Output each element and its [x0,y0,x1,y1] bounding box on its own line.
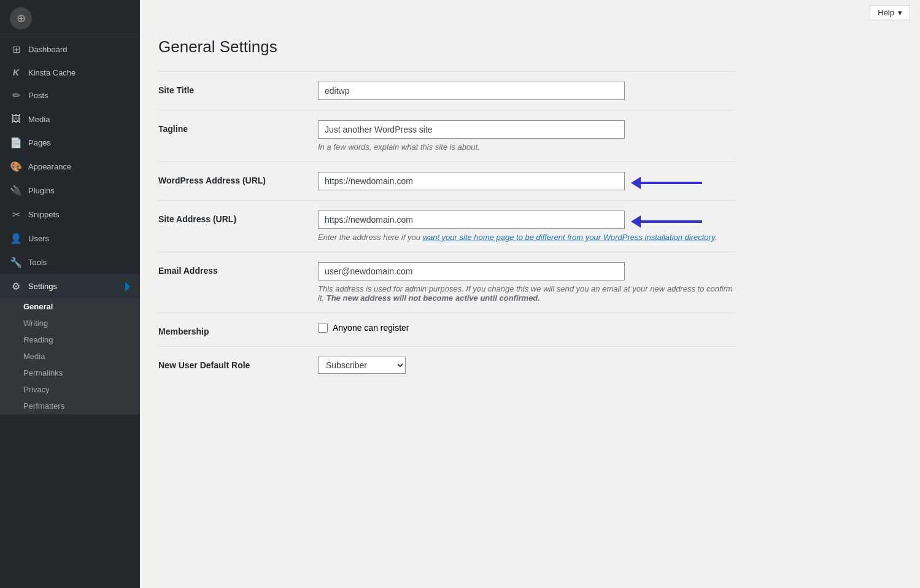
settings-form: Site Title Tagline In a few words, expla… [158,71,735,384]
tagline-field: In a few words, explain what this site i… [318,120,735,152]
help-button[interactable]: Help ▾ [870,5,910,20]
main-content: Help ▾ General Settings Site Title Tagli… [140,0,920,588]
tagline-label: Tagline [158,120,318,134]
email-field-wrap: This address is used for admin purposes.… [318,262,735,303]
submenu-item-reading[interactable]: Reading [0,331,140,348]
membership-row: Membership Anyone can register [158,312,735,346]
sidebar-item-tools-label: Tools [28,258,47,267]
wp-address-field [318,172,735,190]
sidebar-logo: ⊕ [0,0,140,37]
membership-checkbox-row: Anyone can register [318,323,735,333]
sidebar-item-snippets[interactable]: ✂ Snippets [0,203,140,226]
settings-submenu: General Writing Reading Media Permalinks… [0,298,140,414]
sidebar-item-users[interactable]: 👤 Users [0,226,140,250]
default-role-select[interactable]: Subscriber Contributor Author Editor Adm… [318,357,406,374]
site-title-input[interactable] [318,82,625,100]
default-role-row: New User Default Role Subscriber Contrib… [158,346,735,384]
default-role-field: Subscriber Contributor Author Editor Adm… [318,357,735,374]
site-address-row: Site Address (URL) Enter the address her… [158,200,735,252]
sidebar-item-posts-label: Posts [28,91,48,100]
sidebar-item-settings[interactable]: ⚙ Settings [0,274,140,298]
dashboard-icon: ⊞ [10,44,22,55]
sidebar: ⊕ ⊞ Dashboard K Kinsta Cache ✏ Posts 🖼 M… [0,0,140,588]
appearance-icon: 🎨 [10,161,22,172]
site-address-hint-link[interactable]: want your site home page to be different… [423,233,715,242]
membership-checkbox-label: Anyone can register [333,323,409,333]
default-role-label: New User Default Role [158,357,318,370]
sidebar-item-tools[interactable]: 🔧 Tools [0,250,140,274]
membership-checkbox[interactable] [318,323,328,333]
sidebar-item-posts[interactable]: ✏ Posts [0,83,140,107]
site-address-label: Site Address (URL) [158,211,318,224]
site-address-input[interactable] [318,211,625,229]
arrow-shaft-site [641,220,702,223]
help-chevron-icon: ▾ [898,8,902,17]
sidebar-item-users-label: Users [28,234,49,243]
kinsta-icon: K [10,68,22,77]
submenu-item-perfmatters[interactable]: Perfmatters [0,398,140,414]
email-hint-bold: The new address will not become active u… [324,293,540,303]
arrow-shaft-wp [641,182,702,184]
site-title-row: Site Title [158,71,735,110]
email-hint: This address is used for admin purposes.… [318,284,735,303]
content-area: General Settings Site Title Tagline In a… [140,25,754,408]
tagline-input[interactable] [318,120,625,139]
submenu-item-media[interactable]: Media [0,348,140,365]
wp-address-row: WordPress Address (URL) [158,161,735,200]
sidebar-item-media[interactable]: 🖼 Media [0,107,140,131]
sidebar-item-appearance-label: Appearance [28,162,71,171]
tagline-row: Tagline In a few words, explain what thi… [158,110,735,161]
site-address-hint: Enter the address here if you want your … [318,233,735,242]
plugins-icon: 🔌 [10,185,22,196]
sidebar-nav: ⊞ Dashboard K Kinsta Cache ✏ Posts 🖼 Med… [0,37,140,414]
submenu-item-permalinks[interactable]: Permalinks [0,365,140,381]
wp-address-arrow [631,177,702,189]
wp-address-label: WordPress Address (URL) [158,172,318,185]
email-label: Email Address [158,262,318,276]
snippets-icon: ✂ [10,209,22,220]
posts-icon: ✏ [10,90,22,101]
arrow-head-site [631,215,641,228]
site-address-hint-prefix: Enter the address here if you [318,233,423,242]
sidebar-item-dashboard[interactable]: ⊞ Dashboard [0,37,140,61]
sidebar-item-appearance[interactable]: 🎨 Appearance [0,155,140,179]
site-address-arrow [631,215,702,228]
arrow-head-wp [631,177,641,189]
email-row: Email Address This address is used for a… [158,252,735,312]
settings-active-arrow [125,282,130,292]
media-icon: 🖼 [10,114,22,125]
site-address-field: Enter the address here if you want your … [318,211,735,242]
email-input[interactable] [318,262,625,280]
tools-icon: 🔧 [10,257,22,268]
sidebar-item-settings-label: Settings [28,282,57,291]
sidebar-item-plugins[interactable]: 🔌 Plugins [0,179,140,203]
site-title-label: Site Title [158,82,318,95]
sidebar-item-plugins-label: Plugins [28,186,55,195]
site-title-field [318,82,735,100]
wp-address-input[interactable] [318,172,625,190]
wp-logo-icon: ⊕ [10,7,32,29]
sidebar-item-pages-label: Pages [28,138,51,147]
help-label: Help [878,8,894,17]
settings-icon: ⚙ [10,280,22,292]
submenu-item-general[interactable]: General [0,298,140,315]
tagline-hint: In a few words, explain what this site i… [318,142,735,152]
submenu-item-writing[interactable]: Writing [0,315,140,331]
pages-icon: 📄 [10,137,22,149]
membership-field: Anyone can register [318,323,735,333]
sidebar-item-media-label: Media [28,115,50,124]
site-address-hint-suffix: . [714,233,717,242]
submenu-item-privacy[interactable]: Privacy [0,381,140,398]
topbar: Help ▾ [140,0,920,25]
sidebar-item-kinsta-label: Kinsta Cache [28,68,75,77]
users-icon: 👤 [10,233,22,244]
sidebar-item-kinsta[interactable]: K Kinsta Cache [0,61,140,83]
sidebar-item-dashboard-label: Dashboard [28,45,68,54]
membership-label: Membership [158,323,318,336]
sidebar-item-snippets-label: Snippets [28,210,60,219]
sidebar-item-pages[interactable]: 📄 Pages [0,131,140,155]
page-title: General Settings [158,37,735,56]
